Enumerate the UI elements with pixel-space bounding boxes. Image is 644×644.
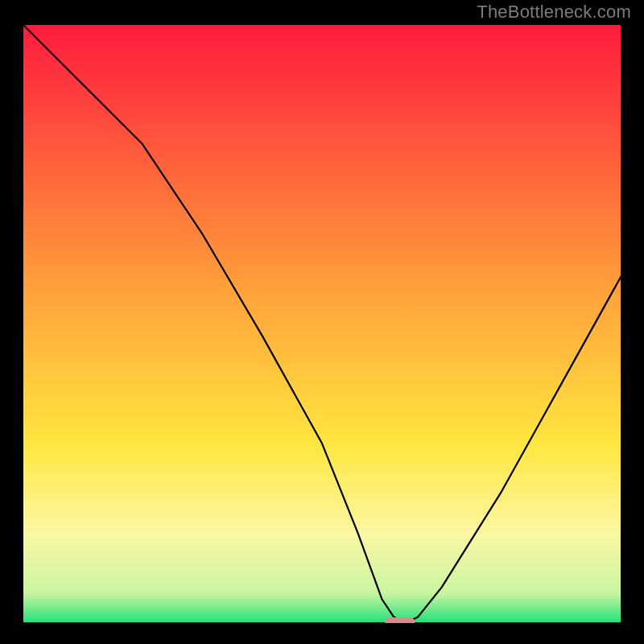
watermark-text: TheBottleneck.com xyxy=(477,2,631,23)
chart-plot-area xyxy=(23,24,621,623)
chart-svg xyxy=(23,24,621,623)
chart-frame: TheBottleneck.com xyxy=(0,0,644,644)
optimal-point-marker xyxy=(385,617,415,623)
